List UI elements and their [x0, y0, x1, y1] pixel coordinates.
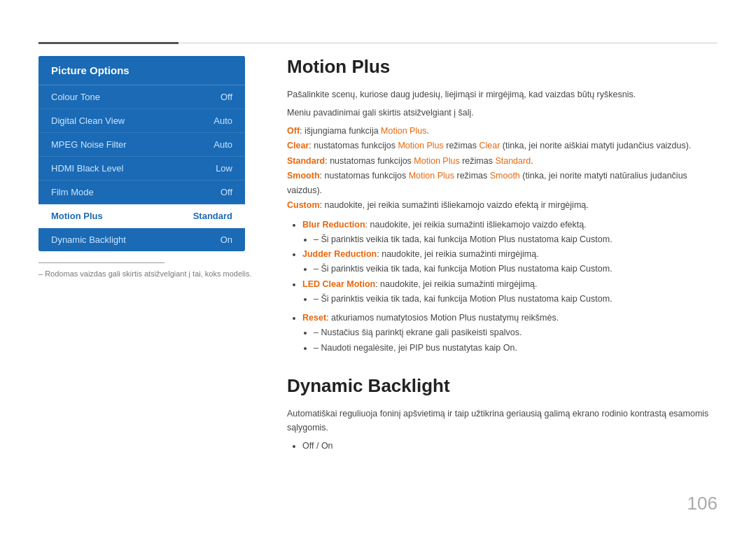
sidebar-item-value-0: Off — [220, 92, 232, 102]
standard-mid: režimas — [462, 156, 493, 166]
smooth-label: Smooth — [287, 171, 320, 181]
clear-val2: Clear — [479, 141, 500, 150]
page-number: 106 — [687, 493, 718, 514]
on-label: On — [503, 343, 515, 353]
motion-plus-desc1: Pašalinkite scenų, kuriose daug judesių,… — [287, 87, 718, 101]
clear-end: (tinka, jei norite aiškiai matyti judanč… — [503, 141, 692, 150]
reset-label: Reset — [302, 313, 326, 323]
db-on-label: On — [321, 441, 333, 451]
reset-sub-2: Naudoti negalėsite, jei PIP bus nustatyt… — [314, 341, 718, 356]
db-sep: / — [314, 441, 321, 451]
sidebar-item-0[interactable]: Colour ToneOff — [38, 85, 245, 109]
reset-end: nustatymų reikšmės. — [479, 313, 559, 323]
bullet-label-0: Blur Reduction — [302, 220, 365, 230]
clear-text: : nustatomas funkcijos — [309, 141, 396, 150]
sub-item-0-0: Ši parinktis veikia tik tada, kai funkci… — [314, 232, 718, 247]
sidebar-item-3[interactable]: HDMI Black LevelLow — [38, 157, 245, 181]
option-smooth-line: Smooth: nustatomas funkcijos Motion Plus… — [287, 169, 718, 199]
motion-plus-section: Motion Plus Pašalinkite scenų, kuriose d… — [287, 56, 718, 356]
standard-text: : nustatomas funkcijos — [325, 156, 412, 166]
top-line-light — [178, 43, 718, 43]
top-lines — [0, 42, 756, 44]
sidebar-item-value-6: On — [220, 234, 232, 245]
off-text: : išjungiama funkcija — [300, 126, 379, 136]
sub-list-1: Ši parinktis veikia tik tada, kai funkci… — [314, 262, 718, 276]
sidebar-title: Picture Options — [38, 56, 245, 85]
sidebar-bottom-line — [38, 262, 164, 263]
standard-value: Motion Plus — [414, 156, 459, 166]
standard-val2: Standard — [495, 156, 531, 166]
bullet-label-1: Judder Reduction — [302, 249, 377, 259]
sidebar-item-label-6: Dynamic Backlight — [51, 234, 126, 245]
sidebar-item-value-3: Low — [216, 163, 232, 174]
bullet-list: Blur Reduction: naudokite, jei reikia su… — [302, 218, 718, 307]
dynamic-backlight-list: Off / On — [302, 439, 718, 454]
bullet-item-1: Judder Reduction: naudokite, jei reikia … — [302, 247, 718, 277]
sidebar-item-label-3: HDMI Black Level — [51, 163, 123, 174]
sidebar-item-value-1: Auto — [214, 115, 232, 126]
reset-sub-list: Nustačius šią parinktį ekrane gali pasik… — [314, 325, 718, 356]
reset-text: : atkuriamos numatytosios — [326, 313, 428, 323]
reset-bullet: Reset: atkuriamos numatytosios Motion Pl… — [302, 311, 718, 356]
reset-value: Motion Plus — [430, 313, 476, 323]
bullet-item-2: LED Clear Motion: naudokite, jei reikia … — [302, 277, 718, 307]
sidebar-item-value-4: Off — [220, 187, 232, 197]
top-line-dark — [38, 42, 178, 44]
sidebar-item-5[interactable]: Motion PlusStandard — [38, 204, 245, 228]
dynamic-backlight-option: Off / On — [302, 439, 718, 454]
main-content: Motion Plus Pašalinkite scenų, kuriose d… — [287, 56, 718, 454]
bullet-label-2: LED Clear Motion — [302, 279, 375, 289]
dynamic-backlight-section: Dynamic Backlight Automatiškai reguliuoj… — [287, 375, 718, 454]
sub-item-1-0: Ši parinktis veikia tik tada, kai funkci… — [314, 262, 718, 276]
off-value: Motion Plus — [381, 126, 426, 136]
option-standard-line: Standard: nustatomas funkcijos Motion Pl… — [287, 154, 718, 169]
sidebar-item-value-5: Standard — [193, 211, 232, 221]
reset-item: Reset: atkuriamos numatytosios Motion Pl… — [302, 311, 718, 356]
custom-text: : naudokite, jei reikia sumažinti išliek… — [320, 200, 589, 210]
sidebar-item-label-2: MPEG Noise Filter — [51, 139, 127, 150]
smooth-value: Motion Plus — [409, 171, 454, 181]
clear-label: Clear — [287, 141, 309, 150]
sidebar-item-6[interactable]: Dynamic BacklightOn — [38, 228, 245, 251]
motion-plus-title: Motion Plus — [287, 56, 718, 78]
reset-sub-1: Nustačius šią parinktį ekrane gali pasik… — [314, 325, 718, 340]
bullet-text-0: : naudokite, jei reikia sumažinti išliek… — [365, 220, 587, 230]
sidebar-item-2[interactable]: MPEG Noise FilterAuto — [38, 133, 245, 157]
dynamic-backlight-desc: Automatiškai reguliuoja foninį apšvietim… — [287, 407, 718, 435]
option-off-line: Off: išjungiama funkcija Motion Plus. — [287, 124, 718, 139]
standard-label: Standard — [287, 156, 325, 166]
bullet-text-1: : naudokite, jei reikia sumažinti mirgėj… — [377, 249, 538, 259]
dynamic-backlight-title: Dynamic Backlight — [287, 375, 718, 397]
sub-list-2: Ši parinktis veikia tik tada, kai funkci… — [314, 292, 718, 307]
sidebar-item-label-0: Colour Tone — [51, 92, 100, 102]
bullet-item-0: Blur Reduction: naudokite, jei reikia su… — [302, 218, 718, 248]
sidebar-item-value-2: Auto — [214, 139, 232, 150]
sidebar: Picture Options Colour ToneOffDigital Cl… — [38, 56, 245, 251]
sidebar-item-1[interactable]: Digital Clean ViewAuto — [38, 109, 245, 133]
pip-label: PIP — [410, 343, 424, 353]
off-label: Off — [287, 126, 300, 136]
sidebar-item-label-4: Film Mode — [51, 187, 94, 197]
sidebar-item-label-1: Digital Clean View — [51, 115, 125, 126]
motion-plus-desc2: Meniu pavadinimai gali skirtis atsižvelg… — [287, 106, 718, 120]
sidebar-item-4[interactable]: Film ModeOff — [38, 181, 245, 204]
clear-mid: režimas — [446, 141, 477, 150]
custom-label: Custom — [287, 200, 320, 210]
sub-item-2-0: Ši parinktis veikia tik tada, kai funkci… — [314, 292, 718, 307]
smooth-text: : nustatomas funkcijos — [320, 171, 407, 181]
smooth-val2: Smooth — [490, 171, 520, 181]
sidebar-item-label-5: Motion Plus — [51, 211, 103, 221]
option-clear-line: Clear: nustatomas funkcijos Motion Plus … — [287, 139, 718, 153]
bullet-text-2: : naudokite, jei reikia sumažinti mirgėj… — [375, 279, 537, 289]
option-custom-line: Custom: naudokite, jei reikia sumažinti … — [287, 198, 718, 213]
footnote: – Rodomas vaizdas gali skirtis atsižvelg… — [38, 269, 251, 278]
db-off-label: Off — [302, 441, 314, 451]
sub-list-0: Ši parinktis veikia tik tada, kai funkci… — [314, 232, 718, 247]
smooth-mid: režimas — [456, 171, 487, 181]
clear-value: Motion Plus — [398, 141, 443, 150]
